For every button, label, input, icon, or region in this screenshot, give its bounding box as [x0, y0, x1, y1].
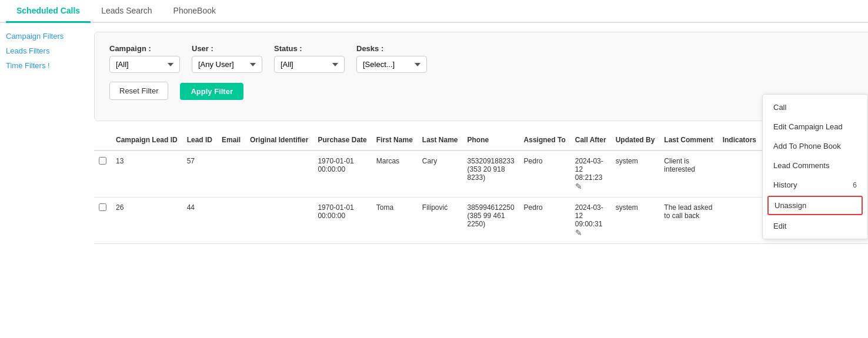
cell-lead-id: 57 [182, 150, 217, 198]
dropdown-item-edit-campaign-lead[interactable]: Edit Campaign Lead [763, 117, 867, 136]
sidebar-item-campaign-filters[interactable]: Campaign Filters [6, 32, 88, 41]
edit-call-after-icon[interactable]: ✎ [575, 228, 582, 237]
cell-updated-by: system [611, 198, 660, 244]
table-wrapper: Campaign Lead ID Lead ID Email Original … [94, 130, 868, 244]
scheduled-calls-table: Campaign Lead ID Lead ID Email Original … [94, 130, 868, 244]
cell-lead-id: 44 [182, 198, 217, 244]
table-header-row: Campaign Lead ID Lead ID Email Original … [94, 130, 868, 150]
sidebar-item-leads-filters[interactable]: Leads Filters [6, 46, 88, 55]
desks-filter-group: Desks : [Select...] [356, 44, 427, 73]
cell-indicators [718, 198, 761, 244]
cell-phone: 353209188233(353 20 918 8233) [463, 150, 519, 198]
dropdown-item-unassign[interactable]: Unassign [767, 196, 863, 215]
cell-email [217, 198, 245, 244]
cell-call-after: 2024-03-12 09:00:31 ✎ [570, 198, 611, 244]
cell-first-name: Toma [372, 198, 418, 244]
apply-filter-button[interactable]: Apply Filter [180, 83, 243, 100]
cell-purchase-date: 1970-01-01 00:00:00 [313, 198, 371, 244]
table-row: 26 44 1970-01-01 00:00:00 Toma Filipović… [94, 198, 868, 244]
col-original-identifier: Original Identifier [245, 130, 313, 150]
campaign-label: Campaign : [109, 44, 180, 53]
cell-campaign-lead-id: 13 [111, 150, 182, 198]
col-lead-id: Lead ID [182, 130, 217, 150]
filter-box: Campaign : [All] User : [Any User] Statu… [94, 32, 868, 121]
cell-original-identifier [245, 198, 313, 244]
col-phone: Phone [463, 130, 519, 150]
reset-filter-button[interactable]: Reset Filter [109, 82, 168, 100]
dropdown-item-lead-comments[interactable]: Lead Comments [763, 156, 867, 175]
main-layout: Campaign Filters Leads Filters Time Filt… [0, 23, 868, 244]
action-dropdown-menu: CallEdit Campaign LeadAdd To Phone BookL… [762, 94, 868, 239]
desks-label: Desks : [356, 44, 427, 53]
status-select[interactable]: [All] [274, 56, 345, 73]
tab-scheduled-calls[interactable]: Scheduled Calls [6, 0, 91, 23]
cell-original-identifier [245, 150, 313, 198]
cell-purchase-date: 1970-01-01 00:00:00 [313, 150, 371, 198]
campaign-filter-group: Campaign : [All] [109, 44, 180, 73]
dropdown-item-call[interactable]: Call [763, 98, 867, 117]
dropdown-item-history[interactable]: History6 [763, 175, 867, 195]
tab-leads-search[interactable]: Leads Search [91, 0, 162, 23]
dropdown-item-label: History [773, 180, 797, 189]
row-checkbox[interactable] [94, 198, 111, 244]
cell-assigned-to: Pedro [519, 150, 570, 198]
user-label: User : [192, 44, 262, 53]
table-row: 13 57 1970-01-01 00:00:00 Marcas Cary 35… [94, 150, 868, 198]
col-updated-by: Updated By [611, 130, 660, 150]
row-checkbox[interactable] [94, 150, 111, 198]
desks-select[interactable]: [Select...] [356, 56, 427, 73]
col-indicators: Indicators [718, 130, 761, 150]
cell-phone: 385994612250(385 99 461 2250) [463, 198, 519, 244]
col-campaign-lead-id: Campaign Lead ID [111, 130, 182, 150]
dropdown-item-edit[interactable]: Edit [763, 216, 867, 236]
cell-last-comment: Client is interested [659, 150, 717, 198]
user-filter-group: User : [Any User] [192, 44, 262, 73]
col-call-after: Call After [570, 130, 611, 150]
cell-campaign-lead-id: 26 [111, 198, 182, 244]
cell-last-name: Filipović [418, 198, 463, 244]
col-purchase-date: Purchase Date [313, 130, 371, 150]
cell-indicators [718, 150, 761, 198]
history-count: 6 [853, 181, 857, 189]
edit-call-after-icon[interactable]: ✎ [575, 182, 582, 191]
status-filter-group: Status : [All] [274, 44, 345, 73]
select-all-header [94, 130, 111, 150]
sidebar: Campaign Filters Leads Filters Time Filt… [0, 23, 94, 244]
cell-call-after: 2024-03-12 08:21:23 ✎ [570, 150, 611, 198]
campaign-select[interactable]: [All] [109, 56, 180, 73]
col-assigned-to: Assigned To [519, 130, 570, 150]
cell-last-name: Cary [418, 150, 463, 198]
user-select[interactable]: [Any User] [192, 56, 262, 73]
cell-email [217, 150, 245, 198]
status-label: Status : [274, 44, 345, 53]
tab-phonebook[interactable]: PhoneBook [163, 0, 226, 23]
cell-last-comment: The lead asked to call back [659, 198, 717, 244]
dropdown-item-add-to-phone-book[interactable]: Add To Phone Book [763, 136, 867, 156]
cell-updated-by: system [611, 150, 660, 198]
col-email: Email [217, 130, 245, 150]
tabs-bar: Scheduled Calls Leads Search PhoneBook [0, 0, 868, 23]
col-last-name: Last Name [418, 130, 463, 150]
cell-assigned-to: Pedro [519, 198, 570, 244]
col-last-comment: Last Comment [659, 130, 717, 150]
sidebar-item-time-filters[interactable]: Time Filters ! [6, 61, 88, 70]
cell-first-name: Marcas [372, 150, 418, 198]
col-first-name: First Name [372, 130, 418, 150]
